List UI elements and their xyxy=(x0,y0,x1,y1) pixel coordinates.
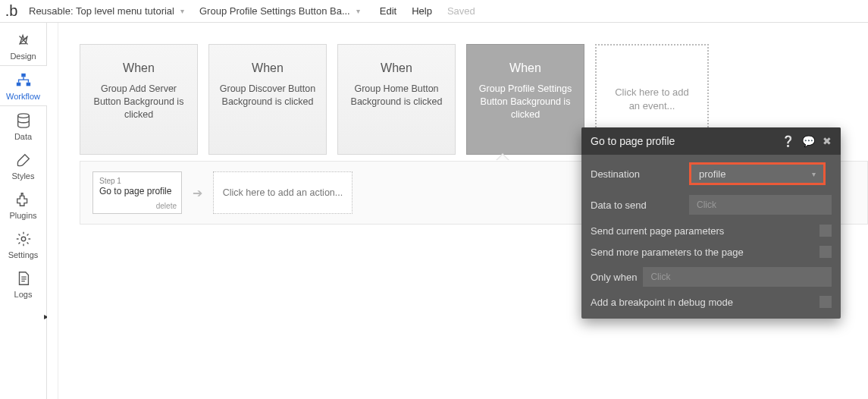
sidebar-item-label: Workflow xyxy=(6,92,40,101)
add-event-label: Click here to add an event... xyxy=(609,86,695,112)
chevron-down-icon: ▾ xyxy=(355,7,362,15)
gear-icon xyxy=(15,231,32,247)
step-card[interactable]: Step 1 Go to page profile delete xyxy=(92,171,182,214)
chevron-down-icon: ▾ xyxy=(179,7,186,15)
topbar: .b Reusable: Top level menu tutorial ▾ G… xyxy=(0,0,868,23)
data-to-send-label: Data to send xyxy=(591,200,682,211)
property-panel[interactable]: Go to page profile ❔ 💬 ✖ Destination pro… xyxy=(581,127,841,319)
saved-status: Saved xyxy=(447,5,475,17)
sidebar-item-data[interactable]: Data xyxy=(0,106,47,146)
send-current-checkbox[interactable] xyxy=(819,225,832,237)
selected-event-notch xyxy=(496,153,509,160)
event-desc: Group Add Server Button Background is cl… xyxy=(88,83,190,121)
logs-icon xyxy=(15,270,32,287)
sidebar: Design Workflow Data Styles Plugins Sett… xyxy=(0,23,47,399)
event-card-selected[interactable]: When Group Profile Settings Button Backg… xyxy=(466,44,584,155)
event-desc: Group Home Button Background is clicked xyxy=(346,83,447,108)
event-when-label: When xyxy=(123,61,155,75)
help-link[interactable]: Help xyxy=(412,5,432,17)
brush-icon xyxy=(15,152,32,168)
sidebar-item-design[interactable]: Design xyxy=(0,26,47,65)
property-panel-title: Go to page profile xyxy=(591,135,782,147)
data-to-send-input[interactable]: Click xyxy=(689,195,832,215)
event-desc: Group Profile Settings Button Background… xyxy=(475,83,576,121)
sidebar-item-label: Plugins xyxy=(9,211,36,220)
data-to-send-placeholder: Click xyxy=(697,200,716,210)
svg-point-4 xyxy=(21,237,26,241)
sidebar-item-plugins[interactable]: Plugins xyxy=(0,185,47,225)
comment-icon[interactable]: 💬 xyxy=(802,135,815,147)
svg-rect-0 xyxy=(21,74,26,77)
only-when-placeholder: Click xyxy=(650,272,670,282)
sidebar-item-label: Logs xyxy=(14,290,33,299)
workflow-icon xyxy=(15,72,32,89)
property-panel-header-icons: ❔ 💬 ✖ xyxy=(782,135,832,147)
destination-value: profile xyxy=(699,168,725,180)
top-links: Edit Help Saved xyxy=(380,5,475,17)
design-icon xyxy=(15,32,32,49)
help-icon[interactable]: ❔ xyxy=(782,135,794,147)
plugin-icon xyxy=(15,191,32,208)
close-icon[interactable]: ✖ xyxy=(823,135,832,147)
breakpoint-label: Add a breakpoint in debug mode xyxy=(591,297,733,308)
destination-label: Destination xyxy=(591,168,682,180)
add-action-card[interactable]: Click here to add an action... xyxy=(213,171,353,214)
event-card[interactable]: When Group Add Server Button Background … xyxy=(80,44,198,155)
canvas-inner: When Group Add Server Button Background … xyxy=(58,23,868,399)
breadcrumb-reusable[interactable]: Reusable: Top level menu tutorial ▾ xyxy=(24,4,190,18)
step-number-label: Step 1 xyxy=(99,177,175,185)
sidebar-item-workflow[interactable]: Workflow xyxy=(0,65,47,106)
property-panel-header[interactable]: Go to page profile ❔ 💬 ✖ xyxy=(581,127,841,155)
event-when-label: When xyxy=(252,61,284,75)
breadcrumb-element-label: Group Profile Settings Button Ba... xyxy=(199,5,350,17)
delete-step-link[interactable]: delete xyxy=(156,202,177,210)
property-panel-body: Destination profile ▾ Data to send Click xyxy=(581,155,841,319)
arrow-right-icon: ➔ xyxy=(193,186,202,200)
sidebar-item-label: Data xyxy=(14,132,32,141)
add-action-label: Click here to add an action... xyxy=(223,187,343,198)
only-when-input[interactable]: Click xyxy=(643,267,832,287)
sidebar-item-styles[interactable]: Styles xyxy=(0,146,47,185)
chevron-down-icon: ▾ xyxy=(812,170,816,178)
event-when-label: When xyxy=(381,61,412,75)
bubble-logo[interactable]: .b xyxy=(3,3,20,20)
event-desc: Group Discover Button Background is clic… xyxy=(217,83,318,108)
sidebar-item-logs[interactable]: Logs xyxy=(0,264,47,303)
sidebar-item-label: Design xyxy=(10,52,36,61)
svg-rect-1 xyxy=(16,83,20,86)
sidebar-item-settings[interactable]: Settings xyxy=(0,225,47,264)
breadcrumb-reusable-label: Reusable: Top level menu tutorial xyxy=(29,5,174,17)
breadcrumb-element[interactable]: Group Profile Settings Button Ba... ▾ xyxy=(195,4,366,18)
breakpoint-checkbox[interactable] xyxy=(819,296,832,308)
send-more-checkbox[interactable] xyxy=(819,246,832,258)
send-more-label: Send more parameters to the page xyxy=(591,247,744,258)
svg-point-3 xyxy=(17,114,29,118)
sidebar-item-label: Styles xyxy=(12,171,35,181)
event-card[interactable]: When Group Home Button Background is cli… xyxy=(337,44,456,155)
send-current-label: Send current page parameters xyxy=(591,225,724,237)
edit-link[interactable]: Edit xyxy=(380,5,396,17)
svg-rect-2 xyxy=(26,83,30,86)
step-title: Go to page profile xyxy=(99,186,175,196)
only-when-label: Only when xyxy=(591,272,637,283)
database-icon xyxy=(15,112,32,129)
event-when-label: When xyxy=(509,61,541,75)
event-card[interactable]: When Group Discover Button Background is… xyxy=(208,44,327,155)
sidebar-item-label: Settings xyxy=(8,250,39,259)
destination-select[interactable]: profile ▾ xyxy=(689,162,826,185)
workflow-canvas: When Group Add Server Button Background … xyxy=(47,23,868,399)
